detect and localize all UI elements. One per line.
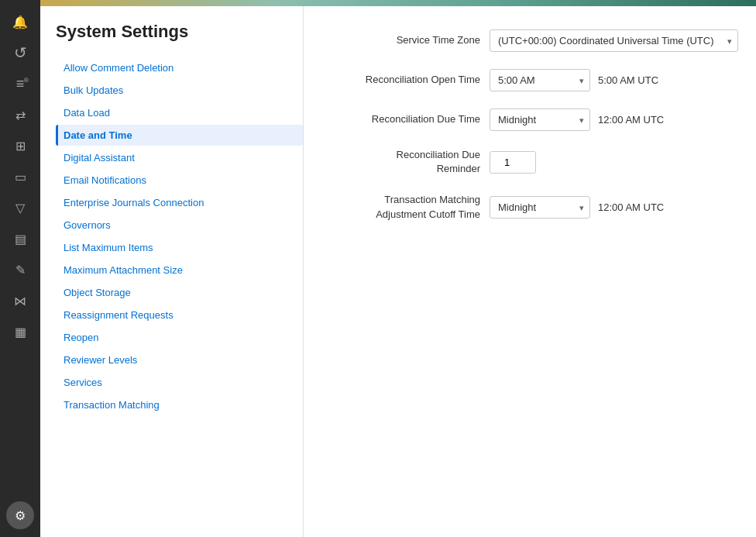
reconciliation-open-time-control: Midnight 1:00 AM 2:00 AM 3:00 AM 4:00 AM… — [490, 69, 658, 91]
transaction-matching-row: Transaction Matching Adjustment Cutoff T… — [335, 193, 725, 221]
reconciliation-open-time-row: Reconciliation Open Time Midnight 1:00 A… — [335, 69, 725, 91]
grid-icon[interactable]: ⊞ — [6, 132, 34, 160]
nav-item-bulk-updates[interactable]: Bulk Updates — [56, 80, 303, 101]
transaction-matching-wrapper: Midnight 1:00 AM 2:00 AM 3:00 AM 4:00 AM… — [490, 196, 590, 219]
settings-gear-icon[interactable]: ⚙ — [6, 501, 34, 529]
nav-item-reviewer-levels[interactable]: Reviewer Levels — [56, 349, 303, 370]
calendar-icon[interactable]: ▦ — [6, 318, 34, 346]
refresh-icon[interactable]: ↺ — [6, 39, 34, 67]
nav-item-list-maximum-items[interactable]: List Maximum Items — [56, 237, 303, 258]
nav-item-allow-comment-deletion[interactable]: Allow Comment Deletion — [56, 57, 303, 78]
reconciliation-due-time-wrapper: Midnight 1:00 AM 2:00 AM 3:00 AM 4:00 AM… — [490, 108, 590, 131]
service-time-zone-control: (UTC+00:00) Coordinated Universal Time (… — [490, 29, 738, 52]
bell-icon[interactable]: 🔔 — [6, 8, 34, 36]
transaction-matching-control: Midnight 1:00 AM 2:00 AM 3:00 AM 4:00 AM… — [490, 196, 664, 219]
edit-list-icon[interactable]: ✎ — [6, 256, 34, 284]
reconciliation-due-reminder-row: Reconciliation Due Reminder — [335, 148, 725, 176]
nav-item-data-load[interactable]: Data Load — [56, 102, 303, 123]
reconciliation-open-time-select[interactable]: Midnight 1:00 AM 2:00 AM 3:00 AM 4:00 AM… — [490, 69, 590, 91]
nav-item-date-and-time[interactable]: Date and Time — [56, 125, 303, 146]
nav-item-transaction-matching[interactable]: Transaction Matching — [56, 394, 303, 415]
reconciliation-open-time-wrapper: Midnight 1:00 AM 2:00 AM 3:00 AM 4:00 AM… — [490, 69, 590, 91]
main-content: System Settings Allow Comment Deletion B… — [40, 0, 756, 537]
transaction-matching-utc: 12:00 AM UTC — [598, 201, 664, 213]
nav-panel: System Settings Allow Comment Deletion B… — [40, 6, 304, 537]
reconciliation-open-time-label: Reconciliation Open Time — [335, 73, 490, 87]
nav-item-digital-assistant[interactable]: Digital Assistant — [56, 147, 303, 168]
reconciliation-due-time-control: Midnight 1:00 AM 2:00 AM 3:00 AM 4:00 AM… — [490, 108, 664, 131]
filter-icon[interactable]: ▽ — [6, 194, 34, 222]
reconciliation-due-time-select[interactable]: Midnight 1:00 AM 2:00 AM 3:00 AM 4:00 AM… — [490, 108, 590, 131]
service-time-zone-label: Service Time Zone — [335, 33, 490, 47]
nav-item-enterprise-journals[interactable]: Enterprise Journals Connection — [56, 192, 303, 213]
reconciliation-due-reminder-input[interactable] — [490, 151, 536, 174]
service-time-zone-select[interactable]: (UTC+00:00) Coordinated Universal Time (… — [490, 29, 738, 52]
transfer-icon[interactable]: ⇄ — [6, 101, 34, 129]
nav-item-reopen[interactable]: Reopen — [56, 327, 303, 348]
settings-nav-list: Allow Comment Deletion Bulk Updates Data… — [56, 57, 303, 415]
nav-item-governors[interactable]: Governors — [56, 215, 303, 236]
nav-item-maximum-attachment[interactable]: Maximum Attachment Size — [56, 260, 303, 281]
reconciliation-due-reminder-label: Reconciliation Due Reminder — [335, 148, 490, 176]
reconciliation-due-reminder-control — [490, 151, 536, 174]
reconciliation-due-time-label: Reconciliation Due Time — [335, 112, 490, 126]
transaction-matching-select[interactable]: Midnight 1:00 AM 2:00 AM 3:00 AM 4:00 AM… — [490, 196, 590, 219]
nav-item-object-storage[interactable]: Object Storage — [56, 282, 303, 303]
document-icon[interactable]: ▭ — [6, 163, 34, 191]
nav-item-reassignment-requests[interactable]: Reassignment Requests — [56, 305, 303, 325]
reconciliation-due-time-row: Reconciliation Due Time Midnight 1:00 AM… — [335, 108, 725, 131]
notes-icon[interactable]: ▤ — [6, 225, 34, 253]
nav-item-services[interactable]: Services — [56, 372, 303, 393]
service-time-zone-wrapper: (UTC+00:00) Coordinated Universal Time (… — [490, 29, 738, 52]
network-icon[interactable]: ⋈ — [6, 287, 34, 315]
reconciliation-due-time-utc: 12:00 AM UTC — [598, 114, 664, 126]
list-settings-icon[interactable]: ≡⊕ — [6, 70, 34, 98]
sidebar: 🔔 ↺ ≡⊕ ⇄ ⊞ ▭ ▽ ▤ ✎ ⋈ ▦ ⚙ — [0, 0, 40, 537]
settings-panel: Service Time Zone (UTC+00:00) Coordinate… — [304, 6, 756, 537]
service-time-zone-row: Service Time Zone (UTC+00:00) Coordinate… — [335, 29, 725, 52]
nav-item-email-notifications[interactable]: Email Notifications — [56, 170, 303, 191]
transaction-matching-label: Transaction Matching Adjustment Cutoff T… — [335, 193, 490, 221]
page-title: System Settings — [56, 22, 303, 42]
reconciliation-open-time-utc: 5:00 AM UTC — [598, 74, 658, 86]
top-decorative-bar — [40, 0, 756, 6]
